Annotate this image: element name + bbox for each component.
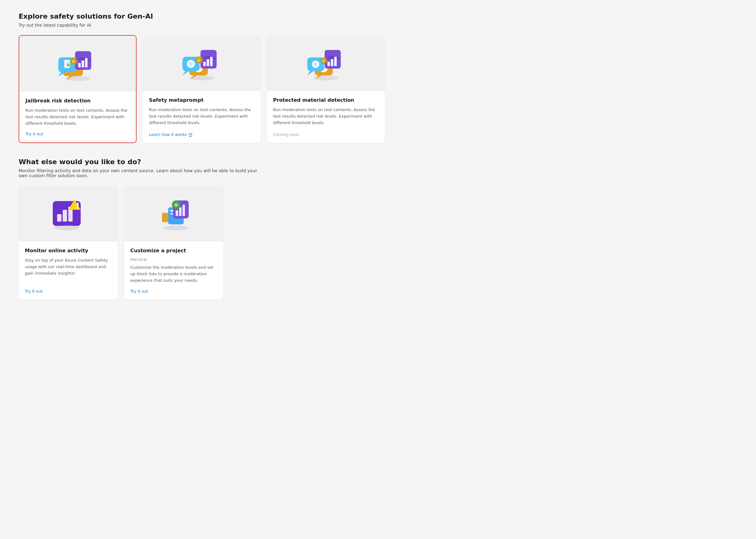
svg-rect-52 [77,203,79,207]
jailbreak-card-image: 🔒 ⚙ [19,36,136,92]
monitor-card[interactable]: Monitor online activity Stay on top of y… [19,186,118,299]
svg-rect-27 [210,57,213,66]
section1-cards-row: 🔒 ⚙ Jailbreak risk detection Run moderat… [19,35,737,143]
safety-metaprompt-illustration: © © ⚙ [177,41,227,85]
customize-card-badge: PREVIEW [130,258,217,262]
svg-rect-62 [176,210,178,216]
protected-material-card-description: Run moderation tests on text contents. A… [273,107,379,127]
svg-rect-63 [179,207,182,216]
safety-metaprompt-card-title: Safety metaprompt [149,97,255,103]
jailbreak-illustration: 🔒 ⚙ [53,42,103,85]
monitor-card-description: Stay on top of your Azure Content Safety… [25,257,112,284]
svg-rect-9 [78,63,81,67]
protected-material-card-image: © © ⚙ [267,35,385,91]
safety-metaprompt-card-image: © © ⚙ [143,35,261,91]
external-link-icon [189,132,193,137]
jailbreak-card-body: Jailbreak risk detection Run moderation … [19,92,136,142]
svg-rect-41 [328,62,330,66]
monitor-card-image [19,186,118,241]
svg-text:⚙: ⚙ [175,203,178,207]
svg-rect-48 [57,214,61,222]
protected-material-card[interactable]: © © ⚙ Protected material detection Run [267,35,385,143]
svg-rect-43 [334,57,337,66]
monitor-illustration [43,192,93,235]
monitor-card-body: Monitor online activity Stay on top of y… [19,241,118,299]
svg-rect-10 [82,60,84,67]
svg-rect-42 [331,59,333,66]
section2-subtitle: Monitor filtering activity and data on y… [19,168,267,178]
section1-subtitle: Try out the latest capability for AI [19,23,737,28]
safety-metaprompt-card-body: Safety metaprompt Run moderation tests o… [143,91,261,143]
svg-rect-64 [183,205,185,216]
protected-material-coming-soon: Coming soon [273,132,379,137]
protected-material-illustration: © © ⚙ [301,41,351,85]
customize-card-title: Customize a project [130,248,217,254]
svg-text:🔒: 🔒 [66,62,70,66]
svg-text:©: © [189,62,193,66]
protected-material-card-title: Protected material detection [273,97,379,103]
svg-rect-26 [207,59,209,66]
svg-marker-37 [307,70,315,75]
customize-card-body: Customize a project PREVIEW Customize th… [124,241,223,299]
svg-text:⚙: ⚙ [72,60,75,63]
customize-try-it-out-link[interactable]: Try it out [130,289,217,293]
protected-material-card-body: Protected material detection Run moderat… [267,91,385,143]
customize-illustration: ⚙ [149,192,198,235]
svg-point-53 [77,207,79,209]
safety-metaprompt-card[interactable]: © © ⚙ Safety metaprompt Run moderation [143,35,261,143]
svg-rect-49 [63,210,67,222]
customize-card[interactable]: ⚙ Customize a project PREVIEW Customize … [124,186,223,299]
customize-card-image: ⚙ [124,186,223,241]
section2: What else would you like to do? Monitor … [19,158,737,299]
svg-text:©: © [313,62,318,67]
svg-rect-11 [85,58,88,67]
svg-marker-21 [183,70,190,75]
svg-rect-25 [203,62,206,66]
svg-text:⚙: ⚙ [197,59,200,62]
monitor-card-title: Monitor online activity [25,248,112,254]
jailbreak-card[interactable]: 🔒 ⚙ Jailbreak risk detection Run moderat… [19,35,136,143]
jailbreak-try-it-out-link[interactable]: Try it out [26,131,130,136]
safety-metaprompt-card-description: Run moderation tests on text contents. A… [149,107,255,127]
section1-title: Explore safety solutions for Gen-AI [19,12,737,20]
svg-point-54 [54,225,79,230]
jailbreak-card-title: Jailbreak risk detection [26,98,130,104]
section2-cards-row: Monitor online activity Stay on top of y… [19,186,737,299]
svg-point-55 [163,225,188,230]
svg-text:⚙: ⚙ [322,59,325,63]
monitor-try-it-out-link[interactable]: Try it out [25,289,112,293]
section2-title: What else would you like to do? [19,158,737,166]
customize-card-description: Customize the moderation levels and set … [130,265,217,284]
jailbreak-card-description: Run moderation tests on text contents. A… [26,107,130,126]
safety-metaprompt-learn-link[interactable]: Learn how it works [149,132,255,137]
